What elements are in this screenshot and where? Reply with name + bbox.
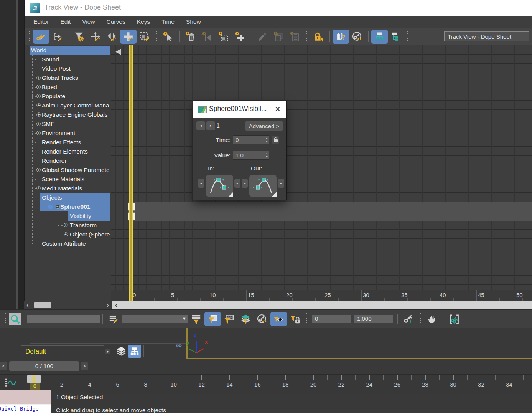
tree-item-sme[interactable]: +SME [25, 119, 112, 129]
toolbar-overflow-icon[interactable]: »» [175, 342, 181, 349]
zoom-region-keys-button[interactable] [446, 312, 463, 326]
layer-name-field[interactable]: Default [21, 345, 104, 357]
menu-editor[interactable]: Editor [28, 16, 55, 28]
tree-item-scene-materials[interactable]: Scene Materials [25, 175, 112, 184]
filter-visible-button[interactable] [270, 312, 287, 326]
key-info-button[interactable] [400, 312, 417, 326]
expand-icon[interactable]: + [36, 94, 41, 98]
filter-locked-button[interactable] [287, 312, 303, 326]
maxscript-listener[interactable]: Quixel Bridge [0, 405, 51, 413]
tree-item-environment[interactable]: +Environment [25, 129, 112, 138]
expand-icon[interactable]: + [36, 85, 41, 89]
show-keyable-button[interactable] [349, 30, 366, 44]
key-stats-button[interactable] [333, 30, 349, 44]
tree-item-populate[interactable]: +Populate [25, 92, 112, 101]
expand-icon[interactable]: + [36, 122, 41, 126]
tree-item-raytrace-engine-globals[interactable]: +Raytrace Engine Globals [25, 110, 112, 119]
mini-curve-editor-icon[interactable] [5, 377, 18, 390]
tree-item-biped[interactable]: +Biped [25, 83, 112, 92]
paste-time-button[interactable] [287, 30, 303, 44]
edit-track-set-button[interactable] [105, 312, 122, 326]
tree-item-renderer[interactable]: Renderer [25, 156, 112, 165]
add-keys-button[interactable] [120, 30, 137, 44]
menu-time[interactable]: Time [156, 16, 180, 28]
tree-item-object-sphere[interactable]: +Object (Sphere [25, 230, 112, 239]
trackview-name-field[interactable]: Track View - Dope Sheet [444, 31, 529, 41]
track-tree-button[interactable] [388, 30, 404, 44]
menu-keys[interactable]: Keys [131, 16, 156, 28]
time-lock-button[interactable] [272, 136, 279, 144]
advanced-button[interactable]: Advanced > [245, 121, 283, 131]
menu-view[interactable]: View [76, 16, 100, 28]
collapse-left-icon[interactable] [115, 49, 121, 55]
menu-edit[interactable]: Edit [55, 16, 77, 28]
schematic-view-button[interactable] [128, 345, 141, 358]
select-time-button[interactable] [160, 30, 176, 44]
filters-list-button[interactable] [188, 312, 204, 326]
scroll-left-icon[interactable]: ‹ [115, 301, 117, 309]
spinner-arrows-icon[interactable]: ▲▼ [265, 152, 268, 159]
drag-handle[interactable] [28, 30, 31, 43]
zoom-selected-button[interactable] [9, 313, 21, 325]
time-field[interactable]: 0 ▲▼ [233, 135, 269, 144]
menu-show[interactable]: Show [180, 16, 207, 28]
out-tangent-button[interactable] [249, 175, 277, 197]
close-icon[interactable]: ✕ [275, 105, 281, 114]
tree-item-sphere001[interactable]: −Sphere001 [25, 202, 112, 211]
frame-counter-field[interactable]: 0 / 100 [9, 361, 79, 371]
reverse-time-button[interactable] [199, 30, 215, 44]
menu-curves[interactable]: Curves [101, 16, 131, 28]
tree-item-video-post[interactable]: Video Post [25, 64, 112, 73]
tree-hscrollbar[interactable]: ‹ › [24, 301, 111, 309]
tree-item-render-effects[interactable]: Render Effects [25, 138, 112, 147]
dope-sheet-grid[interactable] [111, 45, 532, 290]
in-tangent-prev-button[interactable]: ◄ [198, 179, 204, 188]
value-field[interactable]: 1.0 ▲▼ [233, 151, 269, 160]
filter-layers-button[interactable] [237, 312, 254, 326]
edit-ranges-button[interactable] [49, 30, 66, 44]
filter-selected-button[interactable] [204, 312, 221, 326]
expand-icon[interactable]: + [36, 131, 41, 135]
manage-layers-icon[interactable] [116, 346, 127, 357]
time-slider-bar[interactable] [129, 45, 133, 301]
expand-icon[interactable]: + [64, 223, 68, 227]
scroll-thumb[interactable] [34, 302, 51, 308]
scale-time-button[interactable] [215, 30, 232, 44]
expand-icon[interactable]: + [36, 168, 41, 172]
tree-item-objects[interactable]: Objects [25, 193, 112, 202]
track-set-input[interactable] [27, 315, 100, 323]
pan-button[interactable] [424, 312, 440, 326]
tree-item-sound[interactable]: Sound [25, 55, 112, 64]
filters-button[interactable] [71, 30, 87, 44]
spinner-arrows-icon[interactable]: ▲▼ [265, 136, 268, 143]
insert-time-button[interactable] [232, 30, 248, 44]
expand-icon[interactable]: + [36, 76, 41, 80]
tree-item-custom-attribute[interactable]: Custom Attribute [25, 239, 112, 248]
out-tangent-prev-button[interactable]: ◄ [242, 179, 248, 188]
copy-time-button[interactable] [270, 30, 287, 44]
range-start-field[interactable]: 0 [312, 315, 351, 323]
range-end-field[interactable]: 1.000 [354, 315, 393, 323]
delete-time-button[interactable] [182, 30, 199, 44]
cut-time-button[interactable] [254, 30, 270, 44]
in-tangent-next-button[interactable]: ► [234, 179, 240, 188]
key-info-dialog[interactable]: Sphere001\Visibil... ✕ ◄ ► 1 Advanced > … [193, 101, 287, 200]
tree-item-visibility[interactable]: Visibility [25, 211, 112, 221]
expand-icon[interactable]: + [64, 232, 68, 236]
in-tangent-button[interactable] [206, 175, 233, 197]
tree-item-global-shadow-paramete[interactable]: +Global Shadow Paramete [25, 165, 112, 175]
tree-item-anim-layer-control-mana[interactable]: +Anim Layer Control Mana [25, 101, 112, 110]
hierarchy-button[interactable] [371, 30, 388, 44]
next-frame-button[interactable]: > [81, 362, 88, 370]
tree-item-transform[interactable]: +Transform [25, 221, 112, 230]
edit-keys-button[interactable] [33, 30, 49, 44]
tree-item-world[interactable]: World [25, 46, 112, 55]
expand-icon[interactable]: + [36, 186, 41, 190]
next-key-button[interactable]: ► [206, 121, 215, 130]
scroll-right-icon[interactable]: › [107, 301, 109, 309]
prev-frame-button[interactable]: < [0, 362, 7, 370]
grid-hscrollbar[interactable]: ‹ [112, 301, 532, 309]
layer-dropdown-button[interactable]: ▼ [105, 349, 110, 354]
expand-icon[interactable]: + [36, 103, 41, 107]
macro-recorder-pane[interactable] [0, 390, 51, 405]
